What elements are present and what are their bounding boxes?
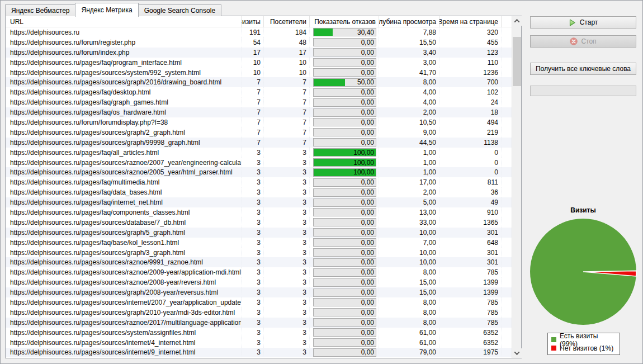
bounce-rate-bar: 0,00 <box>313 338 376 347</box>
cell-filler <box>502 27 512 37</box>
cell-filler <box>502 197 512 207</box>
cell-visits: 3 <box>242 348 264 358</box>
control-panel: Старт Стоп Получить все ключевые слова В… <box>530 1 636 364</box>
table-row[interactable]: https://delphisources.ru/pages/sources/g… <box>6 77 512 87</box>
table-row[interactable]: https://delphisources.ru/pages/faq/os_ha… <box>6 107 512 117</box>
tab-yandex-webmaster[interactable]: Яндекс Вебмастер <box>5 4 75 16</box>
cell-time: 1399 <box>439 277 502 287</box>
table-row[interactable]: https://delphisources.ru/pages/sources/g… <box>6 228 512 238</box>
cell-time: 18 <box>439 107 502 117</box>
cell-visitors: 3 <box>264 207 310 218</box>
bounce-rate-value: 0,00 <box>361 279 374 286</box>
cell-filler <box>502 148 512 158</box>
column-header-url[interactable]: URL <box>6 16 242 27</box>
start-button[interactable]: Старт <box>530 16 636 29</box>
cell-filler <box>502 37 512 48</box>
table-row[interactable]: https://delphisources.ru/pages/sources/d… <box>6 218 512 228</box>
cell-visits: 3 <box>242 207 264 218</box>
column-header-bounce-rate[interactable]: Показатель отказов <box>310 16 379 27</box>
table-row[interactable]: https://delphisources.ru/pages/sources/g… <box>6 287 512 297</box>
cell-visits: 191 <box>242 27 264 37</box>
table-row[interactable]: https://delphisources.ru/pages/sources/g… <box>6 127 512 138</box>
cell-url: https://delphisources.ru/pages/sources/s… <box>6 328 242 338</box>
bounce-rate-value: 0,00 <box>361 339 374 346</box>
table-row[interactable]: https://delphisources.ru/pages/faq/data_… <box>6 187 512 197</box>
tab-google-search-console[interactable]: Google Search Console <box>138 4 221 16</box>
table-row[interactable]: https://delphisources.ru/pages/faq/progr… <box>6 58 512 68</box>
chevron-up-icon <box>514 19 520 25</box>
table-row[interactable]: https://delphisources.ru/pages/sources/g… <box>6 248 512 258</box>
cell-time: 648 <box>439 238 502 248</box>
table-row[interactable]: https://delphisources.ru/pages/sources/i… <box>6 338 512 348</box>
cell-bounce-rate: 0,00 <box>310 138 379 148</box>
cell-visitors: 3 <box>264 257 310 267</box>
bounce-rate-bar: 0,00 <box>313 108 376 117</box>
table-row[interactable]: https://delphisources.ru/pages/sources/s… <box>6 328 512 338</box>
table-header: URL Визиты Посетители Показатель отказов… <box>6 16 521 27</box>
column-header-time-on-page[interactable]: Время на странице <box>439 16 502 27</box>
column-header-depth[interactable]: Глубина просмотра <box>379 16 439 27</box>
cell-bounce-rate: 0,00 <box>310 297 379 308</box>
tab-bar: Яндекс Вебмастер Яндекс Метрика Google S… <box>5 2 221 16</box>
cell-time: 1365 <box>439 218 502 228</box>
table-row[interactable]: https://delphisources.ru/pages/sources/g… <box>6 138 512 148</box>
scroll-up-button[interactable] <box>512 16 522 26</box>
table-row[interactable]: https://delphisources.ru/pages/sources/g… <box>6 308 512 318</box>
get-keywords-button[interactable]: Получить все ключевые слова <box>530 63 636 75</box>
table-row[interactable]: https://delphisources.ru/pages/sources/r… <box>6 257 512 267</box>
bounce-rate-bar: 0,00 <box>313 248 376 257</box>
table-row[interactable]: https://delphisources.ru/pages/sources/i… <box>6 348 512 358</box>
table-row[interactable]: https://delphisources.ru/forum/forumdisp… <box>6 117 512 127</box>
cell-bounce-rate: 0,00 <box>310 117 379 127</box>
table-row[interactable]: https://delphisources.ru/pages/sources/r… <box>6 267 512 277</box>
table-row[interactable]: https://delphisources.ru/pages/faq/base/… <box>6 238 512 248</box>
cell-url: https://delphisources.ru/pages/sources/g… <box>6 228 242 238</box>
cell-visits: 3 <box>242 248 264 258</box>
cell-url: https://delphisources.ru/pages/faq/multi… <box>6 177 242 187</box>
cell-url: https://delphisources.ru/pages/faq/compo… <box>6 207 242 218</box>
cell-visitors: 3 <box>264 318 310 328</box>
table-row[interactable]: https://delphisources.ru/pages/faq/compo… <box>6 207 512 218</box>
tab-yandex-metrika[interactable]: Яндекс Метрика <box>75 3 138 17</box>
cell-bounce-rate: 0,00 <box>310 228 379 238</box>
cell-time: 102 <box>439 87 502 97</box>
table-row[interactable]: https://delphisources.ru/pages/sources/r… <box>6 277 512 287</box>
cell-url: https://delphisources.ru/forum/index.php <box>6 48 242 58</box>
table-row[interactable]: https://delphisources.ru/forum/index.php… <box>6 48 512 58</box>
table-row[interactable]: https://delphisources.ru/pages/faq/all_a… <box>6 148 512 158</box>
cell-url: https://delphisources.ru/pages/sources/s… <box>6 68 242 78</box>
cell-depth: 1,00 <box>379 158 439 168</box>
table-row[interactable]: https://delphisources.ru/pages/faq/graph… <box>6 97 512 107</box>
cell-time: 1975 <box>439 348 502 358</box>
cell-filler <box>502 318 512 328</box>
table-row[interactable]: https://delphisources.ru/pages/sources/i… <box>6 297 512 308</box>
pie-chart-legend: Есть визиты (99%) Нет визитов (1%) <box>547 333 620 355</box>
scroll-down-button[interactable] <box>512 348 522 358</box>
stop-button[interactable]: Стоп <box>530 35 636 48</box>
scrollbar-thumb[interactable] <box>513 37 521 86</box>
table-row[interactable]: https://delphisources.ru/pages/sources/r… <box>6 158 512 168</box>
cell-visits: 3 <box>242 218 264 228</box>
cell-bounce-rate: 0,00 <box>310 318 379 328</box>
table-row[interactable]: https://delphisources.ru/pages/faq/deskt… <box>6 87 512 97</box>
cell-depth: 2,00 <box>379 187 439 197</box>
table-row[interactable]: https://delphisources.ru/pages/faq/multi… <box>6 177 512 187</box>
table-row[interactable]: https://delphisources.ru 191 184 30,40 7… <box>6 27 512 37</box>
cell-filler <box>502 248 512 258</box>
cell-depth: 61,00 <box>379 328 439 338</box>
vertical-scrollbar[interactable] <box>512 16 521 358</box>
table-row[interactable]: https://delphisources.ru/pages/faq/inter… <box>6 197 512 207</box>
table-row[interactable]: https://delphisources.ru/pages/sources/r… <box>6 167 512 177</box>
table-row[interactable]: https://delphisources.ru/pages/sources/s… <box>6 68 512 78</box>
column-header-visitors[interactable]: Посетители <box>264 16 310 27</box>
cell-depth: 3,00 <box>379 58 439 68</box>
cell-time: 785 <box>439 308 502 318</box>
table-row[interactable]: https://delphisources.ru/pages/sources/r… <box>6 318 512 328</box>
cell-visitors: 3 <box>264 308 310 318</box>
bounce-rate-bar: 0,00 <box>313 198 376 207</box>
table-row[interactable]: https://delphisources.ru/forum/register.… <box>6 37 512 48</box>
column-header-visits[interactable]: Визиты <box>242 16 264 27</box>
cell-url: https://delphisources.ru/pages/faq/graph… <box>6 97 242 107</box>
bounce-rate-value: 0,00 <box>361 219 374 226</box>
cell-filler <box>502 267 512 277</box>
